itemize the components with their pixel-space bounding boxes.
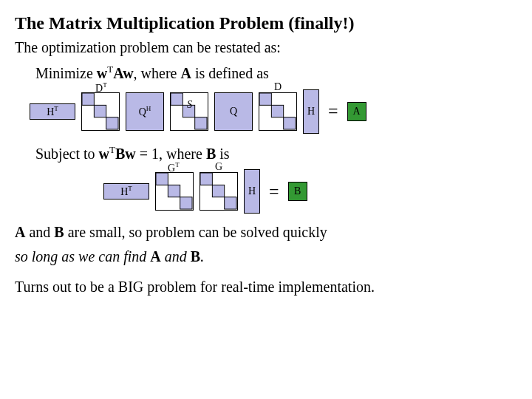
small-txt: are small, so problem can be solved quic… <box>64 224 327 240</box>
mat-A: A <box>347 102 366 121</box>
mat-A-lbl: A <box>352 106 360 117</box>
mat-H-lbl: H <box>307 106 315 117</box>
slide-title: The Matrix Multiplication Problem (final… <box>15 13 517 33</box>
minimize-tail: is defined as <box>191 65 269 81</box>
minimize-T1: T <box>107 64 113 75</box>
minimize-w: w <box>97 65 107 81</box>
mat-DT-lbl: DT <box>95 81 107 95</box>
mat-S-lbl: S <box>187 99 192 111</box>
mat-D: D <box>259 92 297 131</box>
small-txt2: so long as we can find <box>15 248 150 265</box>
mat-GT-lbl: GT <box>168 161 180 174</box>
subject-tail: is <box>216 145 229 161</box>
mat-H2: H <box>244 169 260 214</box>
subject-T: T <box>109 144 115 155</box>
mat-QH-lbl: QH <box>139 105 151 118</box>
minimize-A: A <box>180 65 191 81</box>
subject-B: B <box>206 145 216 161</box>
small-tail: . <box>200 248 204 265</box>
subject-w: w <box>99 145 109 161</box>
svg-rect-6 <box>259 93 271 105</box>
subject-Bw: Bw <box>115 145 136 161</box>
intro-line: The optimization problem can be restated… <box>15 39 517 56</box>
svg-rect-9 <box>156 173 168 185</box>
svg-rect-11 <box>180 197 192 209</box>
mat-G: G <box>200 172 238 211</box>
svg-rect-12 <box>200 173 212 185</box>
big-line: Turns out to be a BIG problem for real-t… <box>15 279 517 296</box>
small-B2: B <box>191 248 200 265</box>
svg-rect-7 <box>271 105 283 117</box>
mat-HT2-lbl: HT <box>120 185 132 198</box>
mat-B-lbl: B <box>294 185 301 197</box>
mat-Q-lbl: Q <box>230 106 237 117</box>
small-line-1: A and B are small, so problem can be sol… <box>15 224 517 241</box>
equals-sign-2: = <box>266 182 282 202</box>
diag-hatch-icon <box>82 93 119 130</box>
small-A2: A <box>150 248 160 265</box>
mat-D-lbl: D <box>274 81 282 93</box>
svg-rect-14 <box>225 197 236 209</box>
minimize-post: , where <box>134 65 181 81</box>
small-B: B <box>54 224 64 240</box>
svg-rect-8 <box>284 117 296 129</box>
equation-row-A: HT DT QH S Q D H = <box>15 89 517 134</box>
minimize-Aw: Aw <box>113 65 133 81</box>
minimize-line: Minimize wTAw, where A is defined as <box>15 64 517 82</box>
mat-S: S <box>170 92 208 131</box>
svg-rect-13 <box>212 185 224 197</box>
small-A: A <box>15 224 25 240</box>
mat-HT: HT <box>30 103 75 120</box>
diag-hatch-icon <box>156 173 193 210</box>
mat-DT: DT <box>81 92 120 131</box>
equals-sign: = <box>325 101 341 121</box>
mat-H2-lbl: H <box>248 185 256 197</box>
small-line-2: so long as we can find A and B. <box>15 248 517 265</box>
diag-hatch-icon <box>259 93 296 130</box>
svg-rect-0 <box>82 93 94 105</box>
svg-rect-5 <box>195 117 207 129</box>
svg-rect-1 <box>94 105 106 117</box>
mat-QH: QH <box>126 92 164 131</box>
mat-HT2: HT <box>103 183 149 200</box>
mat-HT-lbl: HT <box>47 105 58 118</box>
svg-rect-3 <box>171 93 183 105</box>
mat-H: H <box>303 89 319 134</box>
small-mid1: and <box>25 224 54 240</box>
small-mid2: and <box>161 248 191 265</box>
mat-B: B <box>288 182 307 201</box>
subject-line: Subject to wTBw = 1, where B is <box>15 144 517 163</box>
mat-Q: Q <box>214 92 253 131</box>
diag-hatch-icon <box>200 173 237 210</box>
svg-rect-10 <box>168 185 180 197</box>
mat-GT: GT <box>155 172 194 211</box>
mat-G-lbl: G <box>215 161 222 173</box>
subject-mid: = 1, where <box>136 145 206 161</box>
minimize-pre: Minimize <box>35 65 97 81</box>
svg-rect-2 <box>106 117 118 129</box>
equation-row-B: HT GT G H = B <box>15 169 517 214</box>
subject-pre: Subject to <box>35 145 99 161</box>
